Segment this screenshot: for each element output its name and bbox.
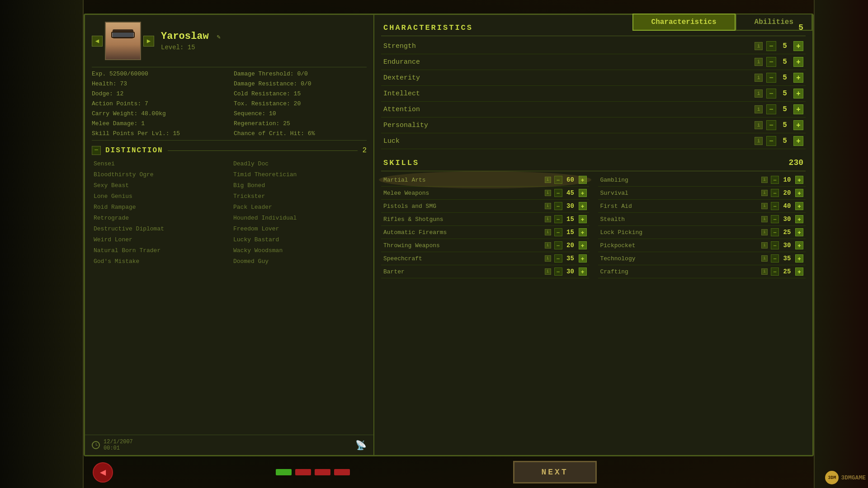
skill-increase-button[interactable]: +	[579, 241, 587, 249]
skill-decrease-button[interactable]: −	[771, 241, 779, 249]
skill-increase-button[interactable]: +	[579, 189, 587, 197]
skill-decrease-button[interactable]: −	[554, 254, 562, 263]
back-button[interactable]: ◀	[93, 462, 113, 483]
distinction-item[interactable]: Deadly Doc	[231, 160, 367, 168]
skill-increase-button[interactable]: +	[795, 241, 803, 249]
skill-increase-button[interactable]: +	[579, 215, 587, 223]
skill-info-button[interactable]: i	[545, 242, 551, 249]
skill-info-button[interactable]: i	[545, 203, 551, 209]
info-button[interactable]: i	[755, 105, 763, 113]
skill-increase-button[interactable]: +	[579, 202, 587, 210]
skill-info-button[interactable]: i	[545, 255, 551, 262]
info-button[interactable]: i	[755, 58, 763, 66]
skill-row: Crafting i − 25 +	[598, 265, 806, 278]
skill-increase-button[interactable]: +	[579, 176, 587, 184]
info-button[interactable]: i	[755, 121, 763, 129]
skill-decrease-button[interactable]: −	[771, 202, 779, 210]
skill-increase-button[interactable]: +	[579, 267, 587, 276]
distinction-item[interactable]: Doomed Guy	[231, 257, 367, 266]
decrease-button[interactable]: −	[766, 89, 776, 99]
skill-decrease-button[interactable]: −	[771, 254, 779, 263]
skill-name: Crafting	[600, 268, 760, 275]
skill-decrease-button[interactable]: −	[554, 241, 562, 249]
decrease-button[interactable]: −	[766, 120, 776, 130]
skill-info-button[interactable]: i	[761, 203, 768, 209]
skill-increase-button[interactable]: +	[795, 228, 803, 236]
skill-info-button[interactable]: i	[545, 229, 551, 235]
distinction-item[interactable]: Big Boned	[231, 181, 367, 190]
distinction-item[interactable]: Lucky Bastard	[231, 235, 367, 244]
increase-button[interactable]: +	[793, 120, 803, 130]
distinction-item[interactable]: Retrograde	[92, 214, 227, 222]
increase-button[interactable]: +	[793, 41, 803, 51]
info-button[interactable]: i	[755, 137, 763, 145]
decrease-button[interactable]: −	[766, 57, 776, 67]
distinction-item[interactable]: Sexy Beast	[92, 181, 227, 190]
increase-button[interactable]: +	[793, 57, 803, 67]
skill-decrease-button[interactable]: −	[771, 228, 779, 236]
distinction-item[interactable]: Lone Genius	[92, 192, 227, 201]
skill-increase-button[interactable]: +	[795, 202, 803, 210]
skill-info-button[interactable]: i	[545, 268, 551, 275]
skill-increase-button[interactable]: +	[795, 267, 803, 276]
distinction-item[interactable]: Natural Born Trader	[92, 246, 227, 255]
skill-decrease-button[interactable]: −	[554, 202, 562, 210]
skill-info-button[interactable]: i	[761, 190, 768, 196]
decrease-button[interactable]: −	[766, 73, 776, 83]
distinction-item[interactable]: Trickster	[231, 192, 367, 201]
skill-info-button[interactable]: i	[761, 216, 768, 222]
skill-increase-button[interactable]: +	[795, 254, 803, 263]
distinction-item[interactable]: Timid Theoretician	[231, 170, 367, 179]
skill-decrease-button[interactable]: −	[771, 176, 779, 184]
skill-decrease-button[interactable]: −	[554, 228, 562, 236]
skill-decrease-button[interactable]: −	[771, 267, 779, 276]
distinction-item[interactable]: God's Mistake	[92, 257, 227, 266]
increase-button[interactable]: +	[793, 104, 803, 114]
decrease-button[interactable]: −	[766, 136, 776, 146]
increase-button[interactable]: +	[793, 136, 803, 146]
skill-increase-button[interactable]: +	[795, 215, 803, 223]
skill-increase-button[interactable]: +	[795, 176, 803, 184]
info-button[interactable]: i	[755, 42, 763, 50]
distinction-item[interactable]: Hounded Individual	[231, 214, 367, 222]
decrease-button[interactable]: −	[766, 104, 776, 114]
edit-icon[interactable]: ✎	[217, 33, 220, 41]
stat-dodge: Dodge: 12	[92, 89, 225, 98]
skill-increase-button[interactable]: +	[579, 254, 587, 263]
skill-info-button[interactable]: i	[761, 255, 768, 262]
character-panel: ◀ ▶ Yaroslaw ✎ Level: 15 Exp. 52500/6000…	[85, 15, 374, 455]
skill-decrease-button[interactable]: −	[554, 189, 562, 197]
skill-info-button[interactable]: i	[545, 190, 551, 196]
skill-info-button[interactable]: i	[545, 177, 551, 183]
distinction-item[interactable]: Wacky Woodsman	[231, 246, 367, 255]
distinction-item[interactable]: Weird Loner	[92, 235, 227, 244]
distinction-item[interactable]: Roid Rampage	[92, 203, 227, 211]
increase-button[interactable]: +	[793, 89, 803, 99]
skill-increase-button[interactable]: +	[579, 228, 587, 236]
distinction-minus-button[interactable]: −	[92, 146, 101, 155]
characteristics-header: CHARACTERISTICS 5	[381, 19, 806, 36]
distinction-item[interactable]: Bloodthirsty Ogre	[92, 170, 227, 179]
skill-info-button[interactable]: i	[761, 177, 768, 183]
skill-info-button[interactable]: i	[545, 216, 551, 222]
increase-button[interactable]: +	[793, 73, 803, 83]
skill-info-button[interactable]: i	[761, 268, 768, 275]
prev-character-button[interactable]: ◀	[92, 36, 103, 47]
distinction-item[interactable]: Pack Leader	[231, 203, 367, 211]
decrease-button[interactable]: −	[766, 41, 776, 51]
next-character-button[interactable]: ▶	[143, 36, 154, 47]
distinction-item[interactable]: Destructive Diplomat	[92, 225, 227, 233]
skill-decrease-button[interactable]: −	[771, 215, 779, 223]
distinction-item[interactable]: Freedom Lover	[231, 225, 367, 233]
info-button[interactable]: i	[755, 74, 763, 82]
distinction-item[interactable]: Sensei	[92, 160, 227, 168]
next-button[interactable]: NEXT	[513, 461, 597, 483]
skill-decrease-button[interactable]: −	[554, 176, 562, 184]
skill-info-button[interactable]: i	[761, 242, 768, 249]
info-button[interactable]: i	[755, 89, 763, 98]
skill-increase-button[interactable]: +	[795, 189, 803, 197]
skill-decrease-button[interactable]: −	[554, 267, 562, 276]
skill-decrease-button[interactable]: −	[554, 215, 562, 223]
skill-info-button[interactable]: i	[761, 229, 768, 235]
skill-decrease-button[interactable]: −	[771, 189, 779, 197]
